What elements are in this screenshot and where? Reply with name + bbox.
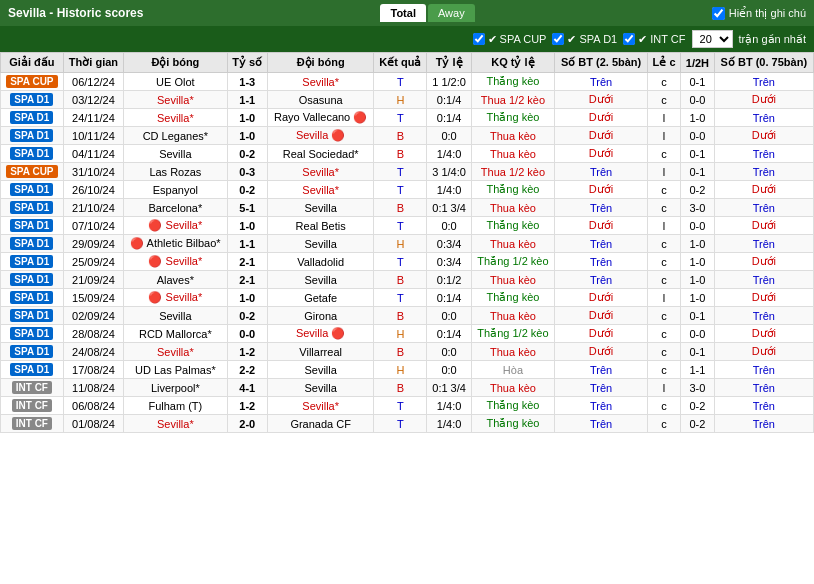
cell-kq-ty-le: Thắng kèo [471, 181, 554, 199]
tab-total[interactable]: Total [380, 4, 425, 22]
cell-date: 24/11/24 [63, 109, 123, 127]
cell-ty-le: 0:1/4 [427, 109, 471, 127]
cell-team1: CD Leganes* [124, 127, 227, 145]
cell-league: SPA CUP [1, 163, 64, 181]
cell-half: 0-2 [681, 415, 715, 433]
cell-date: 02/09/24 [63, 307, 123, 325]
filter-spa-d1-label: ✔ SPA D1 [567, 33, 617, 46]
table-row: SPA D1 03/12/24 Sevilla* 1-1 Osasuna H 0… [1, 91, 814, 109]
cell-so-bt: Trên [555, 415, 648, 433]
cell-kq-ty-le: Thắng 1/2 kèo [471, 253, 554, 271]
cell-ty-le: 1 1/2:0 [427, 73, 471, 91]
cell-kq-ty-le: Thắng 1/2 kèo [471, 325, 554, 343]
table-row: SPA D1 28/08/24 RCD Mallorca* 0-0 Sevill… [1, 325, 814, 343]
cell-score: 1-0 [227, 217, 267, 235]
cell-kq-ty-le: Thua kèo [471, 343, 554, 361]
cell-date: 28/08/24 [63, 325, 123, 343]
cell-so-bt: Trên [555, 253, 648, 271]
cell-ty-le: 3 1/4:0 [427, 163, 471, 181]
col-kq-ty-le: KQ tỷ lệ [471, 53, 554, 73]
cell-ty-le: 0:0 [427, 217, 471, 235]
cell-team1: Sevilla* [124, 109, 227, 127]
cell-league: SPA D1 [1, 127, 64, 145]
cell-date: 11/08/24 [63, 379, 123, 397]
cell-team2: Sevilla [267, 199, 373, 217]
cell-result: T [374, 253, 427, 271]
cell-result: T [374, 397, 427, 415]
cell-kq-ty-le: Thắng kèo [471, 415, 554, 433]
filter-spa-d1: ✔ SPA D1 [552, 33, 617, 46]
table-row: SPA D1 10/11/24 CD Leganes* 1-0 Sevilla … [1, 127, 814, 145]
cell-kq-ty-le: Thua kèo [471, 145, 554, 163]
cell-team2: Real Betis [267, 217, 373, 235]
cell-half: 1-0 [681, 289, 715, 307]
table-row: SPA D1 15/09/24 🔴 Sevilla* 1-0 Getafe T … [1, 289, 814, 307]
cell-score: 0-2 [227, 307, 267, 325]
cell-so-bt: Dưới [555, 181, 648, 199]
show-notes-checkbox[interactable] [712, 7, 725, 20]
cell-result: H [374, 235, 427, 253]
cell-so-bt: Dưới [555, 127, 648, 145]
col-doi-bong-2: Đội bóng [267, 53, 373, 73]
cell-le-c: c [647, 181, 680, 199]
cell-score: 2-0 [227, 415, 267, 433]
cell-team1: Barcelona* [124, 199, 227, 217]
cell-le-c: c [647, 415, 680, 433]
cell-result: B [374, 343, 427, 361]
cell-result: T [374, 415, 427, 433]
cell-so-bt-75: Trên [714, 397, 813, 415]
cell-date: 17/08/24 [63, 361, 123, 379]
cell-league: SPA D1 [1, 289, 64, 307]
cell-half: 1-1 [681, 361, 715, 379]
cell-league: SPA D1 [1, 271, 64, 289]
cell-so-bt: Trên [555, 379, 648, 397]
cell-so-bt-75: Trên [714, 361, 813, 379]
cell-half: 0-1 [681, 307, 715, 325]
tab-away[interactable]: Away [428, 4, 475, 22]
cell-so-bt: Dưới [555, 343, 648, 361]
cell-so-bt-75: Trên [714, 199, 813, 217]
filter-recent-label: trận gần nhất [739, 33, 806, 46]
cell-so-bt-75: Dưới [714, 181, 813, 199]
filter-count-select[interactable]: 20 10 30 [692, 30, 733, 48]
cell-so-bt: Dưới [555, 307, 648, 325]
filter-spa-cup-label: ✔ SPA CUP [488, 33, 547, 46]
cell-le-c: c [647, 73, 680, 91]
table-header-row: Giải đấu Thời gian Đội bóng Tỷ số Đội bó… [1, 53, 814, 73]
cell-le-c: c [647, 199, 680, 217]
cell-so-bt-75: Trên [714, 109, 813, 127]
cell-kq-ty-le: Thắng kèo [471, 217, 554, 235]
cell-score: 1-1 [227, 91, 267, 109]
cell-half: 0-1 [681, 145, 715, 163]
cell-score: 0-2 [227, 181, 267, 199]
cell-half: 1-0 [681, 271, 715, 289]
cell-so-bt: Trên [555, 199, 648, 217]
cell-team2: Getafe [267, 289, 373, 307]
cell-result: B [374, 307, 427, 325]
cell-kq-ty-le: Hòa [471, 361, 554, 379]
cell-so-bt-75: Dưới [714, 325, 813, 343]
cell-result: B [374, 127, 427, 145]
cell-date: 15/09/24 [63, 289, 123, 307]
filter-int-cf-checkbox[interactable] [623, 33, 635, 45]
col-giai-dau: Giải đấu [1, 53, 64, 73]
cell-le-c: c [647, 361, 680, 379]
cell-ty-le: 1/4:0 [427, 145, 471, 163]
table-row: SPA D1 26/10/24 Espanyol 0-2 Sevilla* T … [1, 181, 814, 199]
col-ket-qua: Kết quả [374, 53, 427, 73]
header-right: Hiển thị ghi chú [712, 7, 806, 20]
cell-team2: Granada CF [267, 415, 373, 433]
cell-team1: 🔴 Athletic Bilbao* [124, 235, 227, 253]
cell-so-bt-75: Trên [714, 415, 813, 433]
table-row: SPA D1 02/09/24 Sevilla 0-2 Girona B 0:0… [1, 307, 814, 325]
cell-so-bt-75: Trên [714, 379, 813, 397]
filter-spa-d1-checkbox[interactable] [552, 33, 564, 45]
cell-result: B [374, 145, 427, 163]
table-row: SPA D1 25/09/24 🔴 Sevilla* 2-1 Valladoli… [1, 253, 814, 271]
cell-kq-ty-le: Thua kèo [471, 199, 554, 217]
cell-team1: Espanyol [124, 181, 227, 199]
cell-result: T [374, 289, 427, 307]
cell-team1: Fulham (T) [124, 397, 227, 415]
cell-score: 2-1 [227, 253, 267, 271]
filter-spa-cup-checkbox[interactable] [473, 33, 485, 45]
